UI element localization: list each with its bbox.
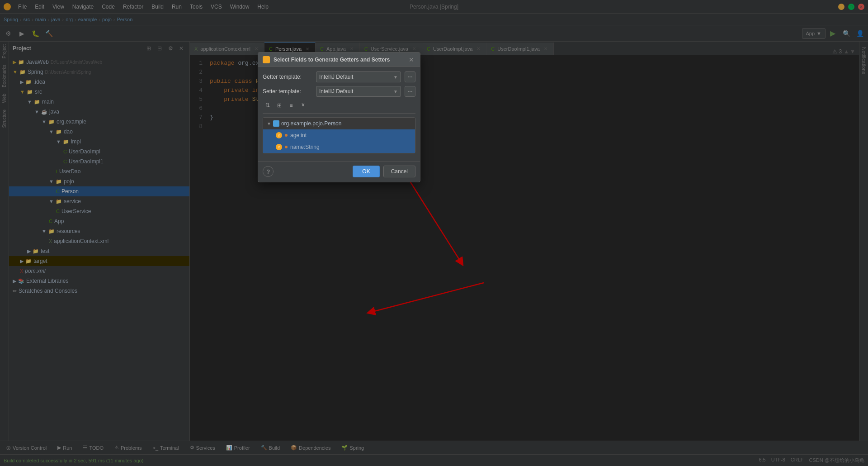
bottom-spring[interactable]: 🌱Spring [339, 444, 367, 452]
layout-btn[interactable]: ⊞ [274, 100, 284, 110]
breadcrumb-main[interactable]: main [35, 17, 46, 22]
tree-item-person[interactable]: C Person [9, 186, 189, 196]
menu-build[interactable]: Build [148, 3, 167, 11]
close-tab-app[interactable]: ✕ [349, 46, 355, 52]
sidebar-collapse-icon[interactable]: ⊟ [155, 44, 164, 53]
breadcrumb-org[interactable]: org [66, 17, 73, 22]
toolbar-user[interactable]: 👤 [854, 27, 866, 40]
tree-item-userservice[interactable]: C UserService [9, 206, 189, 216]
tree-item-pom[interactable]: X pom.xml [9, 266, 189, 276]
close-tab-userdaoimpl[interactable]: ✕ [475, 46, 481, 52]
modal-close-button[interactable]: ✕ [407, 56, 415, 64]
tree-item-ext-libs[interactable]: ▶ 📚 External Libraries [9, 276, 189, 286]
tree-item-idea[interactable]: ▶ 📁 .idea [9, 77, 189, 87]
toolbar-settings[interactable]: ⚙ [2, 27, 14, 40]
minimize-button[interactable]: ─ [838, 4, 844, 10]
toolbar-debug[interactable]: 🐛 [29, 27, 42, 40]
sidebar-settings-icon[interactable]: ⚙ [166, 44, 175, 53]
bottom-run[interactable]: ▶Run [55, 444, 75, 452]
setter-select[interactable]: IntelliJ Default ▼ [316, 86, 401, 97]
tree-item-userdaoimpl[interactable]: C UserDaoImpl [9, 147, 189, 157]
close-tab-person[interactable]: ✕ [304, 46, 311, 52]
getter-options-btn[interactable]: ⋯ [405, 71, 415, 82]
help-button[interactable]: ? [263, 166, 274, 177]
side-tab-web[interactable]: Web [1, 91, 8, 105]
align-btn[interactable]: ≡ [286, 100, 296, 110]
app-selector[interactable]: App▼ [802, 28, 826, 39]
tab-userdaoimpl1[interactable]: C UserDaoImpl1.java ✕ [486, 43, 554, 55]
menu-code[interactable]: Code [98, 3, 118, 11]
side-tab-structure[interactable]: Structure [1, 107, 8, 131]
side-tab-project[interactable]: Project [1, 42, 8, 61]
menu-refactor[interactable]: Refactor [119, 3, 147, 11]
right-tab-notifications[interactable]: Notifications [860, 45, 868, 76]
maximize-button[interactable]: □ [848, 4, 854, 10]
sidebar-expand-icon[interactable]: ⊞ [144, 44, 153, 53]
tree-item-java[interactable]: ▼ ☕ java [9, 107, 189, 117]
toolbar-run-app[interactable]: ▶ [826, 27, 839, 40]
tree-item-scratches[interactable]: ✏ Scratches and Consoles [9, 286, 189, 296]
tree-item-pojo[interactable]: ▼ 📁 pojo [9, 176, 189, 186]
toolbar-build[interactable]: 🔨 [42, 27, 55, 40]
sidebar-close-icon[interactable]: ✕ [177, 44, 186, 53]
tree-item-main[interactable]: ▼ 📁 main [9, 97, 189, 107]
tree-item-service[interactable]: ▼ 📁 service [9, 196, 189, 206]
bottom-profiler[interactable]: 📊Profiler [223, 444, 253, 452]
side-tab-bookmarks[interactable]: Bookmarks [1, 62, 8, 90]
menu-help[interactable]: Help [254, 3, 272, 11]
toolbar-search[interactable]: 🔍 [840, 27, 853, 40]
tree-item-resources[interactable]: ▼ 📁 resources [9, 226, 189, 236]
breadcrumb-example[interactable]: example [78, 17, 97, 22]
field-name[interactable]: f name:String [263, 141, 415, 153]
bottom-build[interactable]: 🔨Build [258, 444, 283, 452]
username: CSDN @不想给的小乌龟 [809, 457, 864, 464]
tree-item-test[interactable]: ▶ 📁 test [9, 246, 189, 256]
sidebar-tree: ▶ 📁 JavaWebD:\Users\Admin\JavaWeb ▼ 📁 Sp… [9, 55, 189, 441]
tree-item-appctx[interactable]: X applicationContext.xml [9, 236, 189, 246]
tree-root-node[interactable]: ▼ org.example.pojo.Person [263, 118, 415, 129]
menu-run[interactable]: Run [168, 3, 185, 11]
tree-item-app[interactable]: C App [9, 216, 189, 226]
breadcrumb-src[interactable]: src [23, 17, 30, 22]
close-tab-userdaoimpl1[interactable]: ✕ [542, 46, 549, 52]
bottom-dependencies[interactable]: 📦Dependencies [288, 444, 333, 452]
bottom-terminal[interactable]: >_Terminal [150, 444, 181, 452]
tree-item-spring[interactable]: ▼ 📁 SpringD:\Users\Admin\Spring [9, 67, 189, 77]
tree-item-src[interactable]: ▼ 📁 src [9, 87, 189, 97]
bottom-todo[interactable]: ☰TODO [80, 444, 106, 452]
close-tab-appctx[interactable]: ✕ [253, 46, 259, 52]
getter-select[interactable]: IntelliJ Default ▼ [316, 71, 401, 82]
field-age[interactable]: f age:int [263, 129, 415, 141]
tree-item-target[interactable]: ▶ 📁 target [9, 256, 189, 266]
tab-appctx[interactable]: X applicationContext.xml ✕ [190, 43, 264, 55]
toolbar-run[interactable]: ▶ [15, 27, 28, 40]
setter-options-btn[interactable]: ⋯ [405, 86, 415, 97]
tree-item-userdao[interactable]: I UserDao [9, 166, 189, 176]
cancel-button[interactable]: Cancel [383, 166, 415, 177]
menu-view[interactable]: View [49, 3, 68, 11]
menu-edit[interactable]: Edit [31, 3, 48, 11]
tree-item-userdaoimpl1[interactable]: C UserDaoImpl1 [9, 157, 189, 166]
sort-btn[interactable]: ⇅ [263, 100, 273, 110]
tab-userdaoimpl[interactable]: C UserDaoImpl.java ✕ [422, 43, 486, 55]
tree-item-javaweb[interactable]: ▶ 📁 JavaWebD:\Users\Admin\JavaWeb [9, 57, 189, 67]
menu-window[interactable]: Window [226, 3, 253, 11]
menu-vcs[interactable]: VCS [207, 3, 226, 11]
menu-file[interactable]: File [14, 3, 30, 11]
tree-item-dao[interactable]: ▼ 📁 dao [9, 127, 189, 137]
tree-item-org-example[interactable]: ▼ 📁 org.example [9, 117, 189, 127]
group-btn[interactable]: ⊻ [298, 100, 308, 110]
breadcrumb-java[interactable]: java [51, 17, 60, 22]
close-tab-userservice[interactable]: ✕ [411, 46, 417, 52]
ok-button[interactable]: OK [353, 166, 379, 177]
breadcrumb-person[interactable]: Person [117, 17, 132, 22]
bottom-problems[interactable]: ⚠Problems [112, 444, 144, 452]
menu-navigate[interactable]: Navigate [69, 3, 97, 11]
bottom-services[interactable]: ⚙Services [187, 444, 218, 452]
build-status: Build completed successfully in 2 sec, 5… [4, 458, 143, 463]
close-button[interactable]: ✕ [858, 4, 864, 10]
tree-item-impl[interactable]: ▼ 📁 impl [9, 137, 189, 147]
bottom-version-control[interactable]: ◎Version Control [4, 444, 49, 452]
menu-tools[interactable]: Tools [186, 3, 206, 11]
breadcrumb-pojo[interactable]: pojo [102, 17, 112, 22]
